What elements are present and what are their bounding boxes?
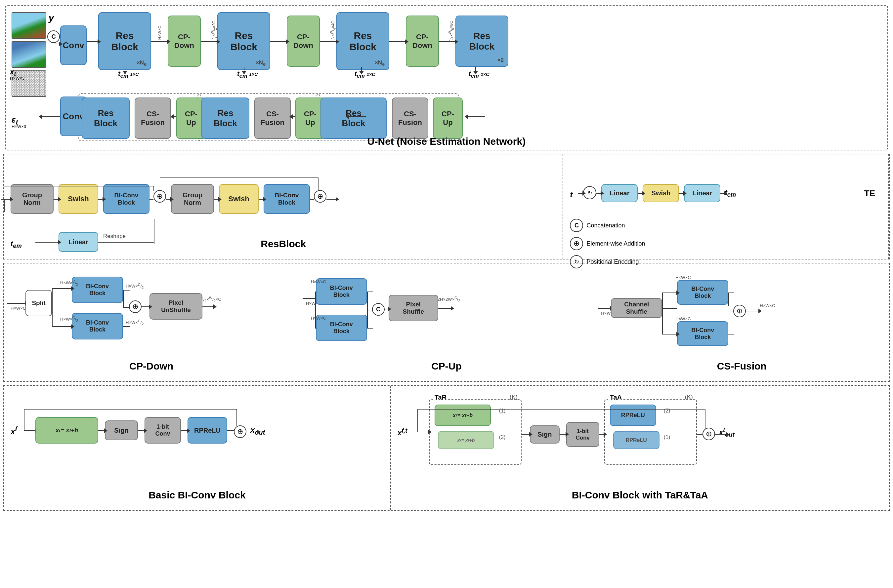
tar-sign: Sign [530, 425, 559, 444]
tem-rb-input: tem [11, 240, 22, 249]
annot-rb1-out: H×W×C [158, 26, 162, 40]
cp-down-2: CP-Down [287, 15, 320, 67]
gn-2: GroupNorm [171, 184, 214, 214]
csfusion-out-dim: H×W×C [760, 303, 775, 308]
image-xt [12, 41, 46, 68]
swish-2: Swish [219, 184, 259, 214]
xft-label: xf,t [398, 427, 407, 437]
cpdown-input-dim: H×W×C [11, 306, 26, 311]
tem-rb2: tem 1×C [237, 70, 258, 80]
resblock-inner: GroupNorm Swish BI-ConvBlock ⊕ GroupNorm… [11, 161, 556, 252]
plus-circle-1: ⊕ [153, 190, 166, 202]
cpdown-out-dim: H/2×W/2×C [201, 296, 221, 303]
legend-add: ⊕ Element-wise Addition [570, 237, 645, 250]
rprelu-block: RPReLU [188, 417, 227, 444]
tem-rb3: tem 1×C [355, 70, 375, 80]
tar-onebit: 1-bitConv [566, 422, 599, 447]
csfusion-inner: H×W×C ChannelShuffle BI-ConvBlock BI-Con… [601, 270, 882, 375]
cpup-title: CP-Up [431, 361, 462, 372]
taa-label-k: (1) [664, 434, 671, 440]
xr-formula-block: xr = xf + b [35, 417, 98, 444]
row3: H×W×C Split BI-ConvBlock BI-ConvBlock ⊕ … [3, 263, 890, 382]
resblock-title: ResBlock [261, 238, 306, 249]
annot-cpd1-out: H/2×W/2×2C [211, 21, 217, 42]
cpup-dim-1: H×W×C [311, 279, 326, 284]
dec-resblock-1: ResBlock [82, 98, 130, 139]
xf-label: xf [11, 425, 17, 436]
cp-down-3: CP-Down [406, 15, 439, 67]
tar-xr-formula: xr = xf + b [434, 405, 491, 426]
te-swish: Swish [643, 184, 679, 202]
input-images: y C xt H×W×3 [12, 12, 46, 97]
enc-resblock-4: ResBlock ×2 [456, 15, 508, 67]
csfusion-biconv-2: BI-ConvBlock [677, 321, 728, 346]
image-y [12, 12, 46, 39]
image-noise [12, 70, 46, 97]
encoder-conv: Conv [60, 26, 87, 65]
cpdown-dim-3: H×W×C/2 [126, 283, 144, 290]
cpup-inner: H×W×C BI-ConvBlock BI-ConvBlock C PixelS… [306, 270, 588, 375]
pixel-unshuffle: PixelUnShuffle [149, 293, 202, 320]
enc-resblock-3: ResBlock ×Ne [336, 12, 389, 70]
csfusion-plus: ⊕ [733, 305, 746, 317]
cpdown-panel: H×W×C Split BI-ConvBlock BI-ConvBlock ⊕ … [4, 263, 299, 381]
cpdown-biconv-2: BI-ConvBlock [72, 313, 123, 339]
tar-rb-block-1: xr = xf + b [438, 431, 494, 449]
csfusion-biconv-1: BI-ConvBlock [677, 280, 728, 305]
y-label: y [49, 13, 54, 24]
channel-shuffle: ChannelShuffle [611, 298, 662, 318]
te-linear-1: Linear [601, 184, 637, 202]
annot-cpd2-out: H/4×W/4×4C [330, 21, 336, 42]
cp-down-1: CP-Down [168, 15, 201, 67]
annot-cpd3-out: H/8×W/8×8C [448, 21, 454, 42]
eps-dim: H×W×3 [12, 124, 26, 129]
arr-cpu3-rb4-dec [465, 116, 485, 117]
arr-rb3-cpd3 [389, 41, 406, 42]
csfusion-dim-2: H×W×C [675, 316, 691, 321]
biconv-1: BI-ConvBlock [103, 184, 149, 214]
pixel-shuffle: PixelShuffle [389, 295, 438, 321]
swish-1: Swish [59, 184, 98, 214]
cpup-out-dim: 2H×2W×C/2 [437, 296, 460, 303]
dec-resblock-3: ResBlock [320, 98, 386, 139]
legend-concat: C Concatenation [570, 219, 645, 232]
biconv-2: BI-ConvBlock [264, 184, 310, 214]
xt-dim: H×W×3 [10, 76, 24, 81]
arr-cpu2 [346, 116, 366, 117]
linear-rb: Linear [59, 232, 98, 252]
dec-csfusion-1: CS-Fusion [135, 98, 171, 139]
te-panel: t ↻ Linear Swish Linear tem TE [563, 154, 889, 259]
csfusion-panel: H×W×C ChannelShuffle BI-ConvBlock BI-Con… [594, 263, 889, 381]
unet-title: U-Net (Noise Estimation Network) [367, 136, 526, 147]
unet-section: y C xt H×W×3 Conv ResBlock ×Ne CP-Down [5, 5, 888, 150]
basic-biconv-title: Basic BI-Conv Block [149, 489, 245, 501]
row4: xf xr = xf + b Sign 1-bitConv RPReLU ⊕ x… [3, 385, 890, 511]
te-inner: t ↻ Linear Swish Linear tem TE [570, 161, 882, 252]
dec-csfusion-2: CS-Fusion [254, 98, 291, 139]
basic-biconv-inner: xf xr = xf + b Sign 1-bitConv RPReLU ⊕ x… [11, 392, 384, 503]
concat-circle-input: C [47, 30, 60, 43]
plus-circle-2: ⊕ [314, 190, 326, 202]
taa-rprelu-1: RPReLU [610, 405, 656, 426]
cpdown-dim-4: H×W×C/2 [126, 319, 144, 326]
arr-rb1-cpd1 [151, 41, 168, 42]
tem-rb4: tem 1×C [469, 70, 489, 80]
arr-rb2-cpd2 [270, 41, 287, 42]
csfusion-dim-1: H×W×C [675, 275, 691, 280]
taa-rprelu-2: RPReLU [613, 431, 660, 449]
cpdown-plus: ⊕ [129, 300, 141, 313]
tem-rb1: tem 1×C [118, 70, 138, 80]
cpup-dim-2: H×W×C [311, 316, 326, 321]
arr-conv-rb1 [87, 41, 98, 42]
cpup-panel: H×W×C BI-ConvBlock BI-ConvBlock C PixelS… [299, 263, 595, 381]
biconv-tar-taa-title: BI-Conv Block with TaR&TaA [572, 489, 708, 501]
basic-plus: ⊕ [234, 425, 247, 438]
csfusion-title: CS-Fusion [717, 361, 767, 372]
basic-biconv-panel: xf xr = xf + b Sign 1-bitConv RPReLU ⊕ x… [4, 386, 391, 510]
cpdown-dim-1: H×W×C/2 [60, 279, 78, 286]
reshape-label: Reshape [103, 233, 126, 240]
unet-inner: y C xt H×W×3 Conv ResBlock ×Ne CP-Down [6, 6, 887, 150]
biconv-tar-taa-panel: xf,t TaR (K) xr = xf + b xr = xf + b (2)… [391, 386, 889, 510]
taa-plus: ⊕ [702, 428, 715, 440]
cpdown-biconv-1: BI-ConvBlock [72, 277, 123, 303]
